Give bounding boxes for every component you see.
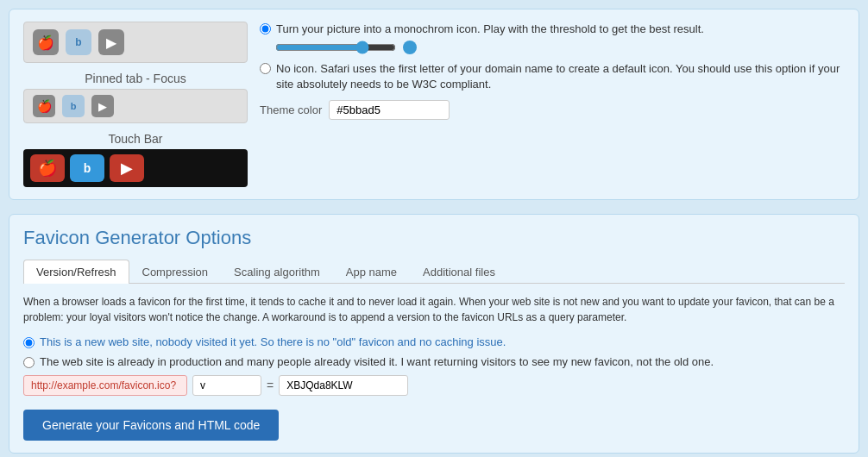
- noicon-option: No icon. Safari uses the first letter of…: [260, 61, 845, 92]
- noicon-radio[interactable]: [260, 63, 271, 74]
- youtube-icon: ▶: [98, 29, 124, 55]
- tb-apple-icon: 🍎: [30, 154, 65, 182]
- monochrom-text: Turn your picture into a monochrom icon.…: [276, 22, 704, 37]
- touch-bar-preview: 🍎 b ▶: [23, 149, 248, 187]
- theme-color-input[interactable]: [329, 100, 450, 120]
- touch-bar-label: Touch Bar: [23, 128, 248, 149]
- preview-panel: 🍎 b ▶ Pinned tab - Focus 🍎 b ▶ Touch Bar…: [23, 22, 248, 187]
- slider-thumb: [403, 41, 417, 54]
- monochrom-option: Turn your picture into a monochrom icon.…: [260, 22, 845, 37]
- options-panel: Turn your picture into a monochrom icon.…: [260, 22, 845, 187]
- threshold-slider-row: [275, 41, 845, 54]
- noicon-text: No icon. Safari uses the first letter of…: [276, 61, 845, 92]
- url-row: =: [23, 375, 845, 396]
- top-section: 🍎 b ▶ Pinned tab - Focus 🍎 b ▶ Touch Bar…: [9, 9, 859, 200]
- new-site-radio[interactable]: [23, 337, 35, 348]
- blue-icon: b: [66, 29, 91, 55]
- tab-additional-files[interactable]: Additional files: [410, 260, 508, 284]
- equals-sign: =: [267, 379, 274, 392]
- monochrom-radio[interactable]: [260, 23, 271, 34]
- production-radio[interactable]: [23, 357, 35, 368]
- version-value-input[interactable]: [279, 375, 408, 396]
- tab-compression[interactable]: Compression: [129, 260, 222, 284]
- tabs-row: Version/Refresh Compression Scaling algo…: [23, 260, 845, 284]
- description-text: When a browser loads a favicon for the f…: [23, 294, 845, 325]
- param-input[interactable]: [192, 375, 261, 396]
- pinned-tab-preview: 🍎 b ▶: [23, 22, 248, 63]
- section-title: Favicon Generator Options: [23, 227, 845, 249]
- generate-button[interactable]: Generate your Favicons and HTML code: [23, 410, 279, 441]
- apple-icon-sm: 🍎: [33, 95, 55, 117]
- favicon-url-input[interactable]: [23, 375, 187, 396]
- youtube-icon-sm: ▶: [91, 95, 114, 117]
- tab-app-name[interactable]: App name: [333, 260, 410, 284]
- production-option: The web site is already in production an…: [23, 355, 845, 368]
- icon-row-2: 🍎 b ▶: [23, 89, 248, 123]
- threshold-slider[interactable]: [275, 41, 396, 54]
- theme-color-label: Theme color: [260, 103, 322, 116]
- pinned-tab-label: Pinned tab - Focus: [23, 68, 248, 89]
- tab-version-refresh[interactable]: Version/Refresh: [23, 260, 129, 284]
- production-text: The web site is already in production an…: [40, 355, 714, 368]
- new-site-text: This is a new web site, nobody visited i…: [40, 335, 506, 348]
- apple-icon: 🍎: [33, 29, 59, 55]
- tab-scaling-algorithm[interactable]: Scaling algorithm: [221, 260, 333, 284]
- tb-youtube-icon: ▶: [110, 154, 144, 182]
- favicon-generator-section: Favicon Generator Options Version/Refres…: [9, 214, 859, 454]
- tb-blue-icon: b: [70, 154, 104, 182]
- new-site-option: This is a new web site, nobody visited i…: [23, 335, 845, 348]
- theme-color-row: Theme color: [260, 100, 845, 120]
- blue-icon-sm: b: [62, 95, 85, 117]
